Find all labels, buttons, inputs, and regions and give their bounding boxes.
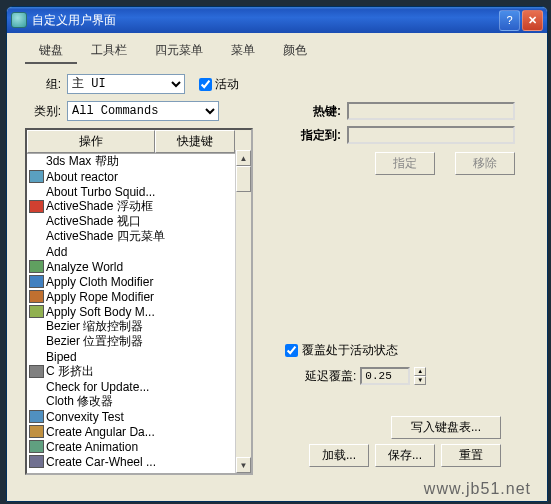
item-icon: [29, 350, 44, 363]
list-item[interactable]: Create Angular Da...: [27, 424, 251, 439]
item-icon: [29, 305, 44, 318]
action-list[interactable]: 操作 快捷键 3ds Max 帮助About reactorAbout Turb…: [25, 128, 253, 475]
item-icon: [29, 440, 44, 453]
overwrite-checkbox[interactable]: [285, 344, 298, 357]
item-icon: [29, 380, 44, 393]
list-item[interactable]: C 形挤出: [27, 364, 251, 379]
item-icon: [29, 365, 44, 378]
item-text: ActiveShade 四元菜单: [46, 228, 165, 245]
scrollbar[interactable]: ▲ ▼: [235, 150, 251, 473]
item-icon: [29, 455, 44, 468]
item-icon: [29, 275, 44, 288]
tab-strip: 键盘 工具栏 四元菜单 菜单 颜色: [7, 33, 547, 64]
item-icon: [29, 425, 44, 438]
remove-button[interactable]: 移除: [455, 152, 515, 175]
tab-toolbar[interactable]: 工具栏: [77, 39, 141, 64]
watermark: www.jb51.net: [424, 480, 531, 498]
category-label: 类别:: [25, 103, 61, 120]
item-text: Create Angular Da...: [46, 425, 155, 439]
item-text: Analyze World: [46, 260, 123, 274]
dialog-window: 自定义用户界面 ? ✕ 键盘 工具栏 四元菜单 菜单 颜色 组: 主 UI 活动…: [6, 6, 548, 502]
item-icon: [29, 155, 44, 168]
list-item[interactable]: Apply Cloth Modifier: [27, 274, 251, 289]
item-text: About Turbo Squid...: [46, 185, 155, 199]
delay-label: 延迟覆盖:: [305, 368, 356, 385]
list-item[interactable]: About Turbo Squid...: [27, 184, 251, 199]
scroll-down-icon[interactable]: ▼: [236, 457, 251, 473]
item-icon: [29, 335, 44, 348]
item-icon: [29, 215, 44, 228]
reset-button[interactable]: 重置: [441, 444, 501, 467]
close-button[interactable]: ✕: [522, 10, 543, 31]
load-button[interactable]: 加载...: [309, 444, 369, 467]
item-text: Check for Update...: [46, 380, 149, 394]
item-text: Biped: [46, 350, 77, 364]
item-text: About reactor: [46, 170, 118, 184]
item-icon: [29, 395, 44, 408]
delay-input[interactable]: [360, 367, 410, 385]
item-text: Cloth 修改器: [46, 393, 113, 410]
item-icon: [29, 200, 44, 213]
write-table-button[interactable]: 写入键盘表...: [391, 416, 501, 439]
assigned-display: [347, 126, 515, 144]
list-item[interactable]: About reactor: [27, 169, 251, 184]
help-button[interactable]: ?: [499, 10, 520, 31]
assigned-label: 指定到:: [285, 127, 341, 144]
list-item[interactable]: Create Car-Wheel ...: [27, 454, 251, 469]
list-item[interactable]: Cloth 修改器: [27, 394, 251, 409]
category-select[interactable]: All Commands: [67, 101, 219, 121]
app-icon: [11, 12, 27, 28]
tab-keyboard[interactable]: 键盘: [25, 39, 77, 64]
list-item[interactable]: Add: [27, 244, 251, 259]
item-text: Create Car-Wheel ...: [46, 455, 156, 469]
header-action[interactable]: 操作: [27, 130, 155, 153]
item-text: Convexity Test: [46, 410, 124, 424]
header-shortcut[interactable]: 快捷键: [155, 130, 235, 153]
list-item[interactable]: Biped: [27, 349, 251, 364]
list-item[interactable]: Convexity Test: [27, 409, 251, 424]
list-item[interactable]: 3ds Max 帮助: [27, 154, 251, 169]
item-icon: [29, 185, 44, 198]
item-text: Bezier 位置控制器: [46, 333, 143, 350]
list-item[interactable]: ActiveShade 视口: [27, 214, 251, 229]
item-text: Add: [46, 245, 67, 259]
assign-button[interactable]: 指定: [375, 152, 435, 175]
item-icon: [29, 230, 44, 243]
item-icon: [29, 290, 44, 303]
item-text: Apply Rope Modifier: [46, 290, 154, 304]
save-button[interactable]: 保存...: [375, 444, 435, 467]
item-text: Apply Cloth Modifier: [46, 275, 153, 289]
active-label: 活动: [215, 76, 239, 93]
item-icon: [29, 170, 44, 183]
item-text: Apply Soft Body M...: [46, 305, 155, 319]
list-item[interactable]: Check for Update...: [27, 379, 251, 394]
item-icon: [29, 410, 44, 423]
tab-quad[interactable]: 四元菜单: [141, 39, 217, 64]
item-text: C 形挤出: [46, 363, 94, 380]
spin-down-icon[interactable]: ▼: [414, 376, 426, 385]
list-item[interactable]: Create Animation: [27, 439, 251, 454]
list-item[interactable]: Bezier 缩放控制器: [27, 319, 251, 334]
list-item[interactable]: ActiveShade 浮动框: [27, 199, 251, 214]
list-item[interactable]: Bezier 位置控制器: [27, 334, 251, 349]
item-text: Create Animation: [46, 440, 138, 454]
tab-color[interactable]: 颜色: [269, 39, 321, 64]
item-icon: [29, 320, 44, 333]
list-item[interactable]: Analyze World: [27, 259, 251, 274]
list-item[interactable]: Apply Soft Body M...: [27, 304, 251, 319]
item-icon: [29, 245, 44, 258]
titlebar[interactable]: 自定义用户界面 ? ✕: [7, 7, 547, 33]
window-title: 自定义用户界面: [32, 12, 497, 29]
hotkey-label: 热键:: [285, 103, 341, 120]
hotkey-input[interactable]: [347, 102, 515, 120]
scroll-thumb[interactable]: [236, 166, 251, 192]
list-item[interactable]: ActiveShade 四元菜单: [27, 229, 251, 244]
tab-menu[interactable]: 菜单: [217, 39, 269, 64]
group-select[interactable]: 主 UI: [67, 74, 185, 94]
spin-up-icon[interactable]: ▲: [414, 367, 426, 376]
scroll-up-icon[interactable]: ▲: [236, 150, 251, 166]
list-item[interactable]: Apply Rope Modifier: [27, 289, 251, 304]
group-label: 组:: [25, 76, 61, 93]
list-header: 操作 快捷键: [27, 130, 251, 154]
active-checkbox[interactable]: [199, 78, 212, 91]
